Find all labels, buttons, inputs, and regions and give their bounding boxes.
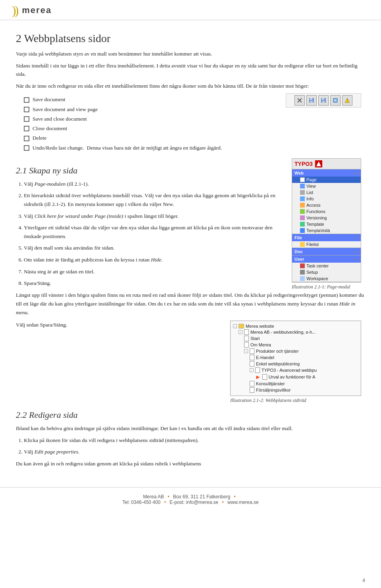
doc-section: Doc — <box>292 248 361 256</box>
tree-expander-icon[interactable]: - <box>250 368 254 372</box>
tree-expander-icon[interactable]: - <box>233 324 237 328</box>
main-content: 2 Webbplatsens sidor Varje sida på webbp… <box>0 20 381 479</box>
file-section: File — Filelist <box>292 234 361 248</box>
page-icon <box>250 387 254 393</box>
intro-para-2: Sidans innehåll i sin tur läggs in i ett… <box>16 61 365 79</box>
toolbar-image: ! <box>286 93 361 108</box>
square-icon <box>24 97 29 103</box>
list-item: Close document <box>24 125 278 133</box>
tree-item: Konsulttjänster <box>233 380 358 387</box>
typo3-panel: TYPO3 Web — Page <box>292 158 361 282</box>
list-icon <box>300 190 305 195</box>
tree-item: - Merea AB - webbutveckling, e-h... <box>233 329 358 335</box>
footer-bullet-4: • <box>222 500 223 505</box>
section-22-heading: 2.2 Redigera sida <box>16 410 365 420</box>
page-icon <box>244 336 249 341</box>
panel-item-filelist[interactable]: Filelist <box>292 241 361 248</box>
setup-icon <box>300 270 305 275</box>
file-section-header[interactable]: File — <box>292 234 361 241</box>
svg-rect-7 <box>322 101 325 103</box>
tree-expander-icon[interactable]: - <box>239 330 242 334</box>
page-title: 2 Webbplatsens sidor <box>16 32 365 45</box>
page-icon <box>250 348 254 354</box>
svg-rect-6 <box>322 98 324 100</box>
body-text-1: Längst upp till vänster i den högra spal… <box>16 291 365 317</box>
typo3-logo-icon <box>315 160 322 167</box>
logo-text: merea <box>22 5 52 15</box>
access-icon <box>300 203 305 208</box>
footer-website: www.merea.se <box>227 500 259 505</box>
footer-bullet-3: • <box>164 500 166 505</box>
list-item: Save document <box>24 96 278 104</box>
square-icon <box>24 136 29 141</box>
doc-section-header[interactable]: Doc — <box>292 248 361 255</box>
page-icon <box>244 342 249 348</box>
footer-address: Box 69, 311 21 Falkenberg <box>173 494 230 500</box>
page-icon <box>300 177 305 182</box>
icons-section: Save document Save document and view pag… <box>16 93 365 154</box>
close-doc-icon[interactable] <box>330 95 341 106</box>
list-item: Ett hierarkiskt sidträd över webbplatsen… <box>24 191 284 208</box>
steps-list-22: Klicka på ikonen för sidan du vill redig… <box>24 436 365 456</box>
panel-item-access[interactable]: Access <box>292 202 361 208</box>
file-collapse-icon[interactable]: — <box>354 235 358 240</box>
list-item: Om sidan inte är färdig att publiceras k… <box>24 256 284 264</box>
panel-item-page[interactable]: Page <box>292 177 361 183</box>
panel-item-versioning[interactable]: Versioning <box>292 215 361 221</box>
arrow-icon: ► <box>255 374 261 380</box>
tree-screenshot: - Merea website - Merea AB - webbutveckl… <box>230 321 361 396</box>
footer-phone: Tel: 0346-450 400 <box>122 500 160 505</box>
typo3-panel-header: TYPO3 <box>292 159 361 169</box>
templavoila-icon <box>300 228 305 233</box>
tree-item: ► Urval av funktioner för A <box>233 373 358 380</box>
web-collapse-icon[interactable]: — <box>354 170 358 176</box>
web-section-header[interactable]: Web — <box>292 169 361 177</box>
panel-item-setup[interactable]: Setup <box>292 269 361 275</box>
section-21-heading: 2.1 Skapa ny sida <box>16 165 284 176</box>
list-item: Spara/Stäng. <box>24 279 284 288</box>
svg-text:!: ! <box>347 99 348 103</box>
web-section: Web — Page View List <box>292 169 361 234</box>
user-section-header[interactable]: User — <box>292 256 361 263</box>
tree-item: E-Handel <box>233 354 358 361</box>
save-view-icon[interactable] <box>318 95 329 106</box>
page-icon <box>250 381 254 386</box>
typo3-panel-col: TYPO3 Web — Page <box>292 158 365 290</box>
taskcenter-icon <box>300 263 305 268</box>
panel-item-list[interactable]: List <box>292 189 361 196</box>
logo: )) merea <box>12 4 52 17</box>
save-icon[interactable] <box>306 95 317 106</box>
body-tree-section: Välj sedan Spara/Stäng. - Merea website … <box>16 321 365 404</box>
list-item: Klicka på ikonen för sidan du vill redig… <box>24 436 365 445</box>
panel-item-template[interactable]: Template <box>292 221 361 227</box>
panel-item-info[interactable]: Info <box>292 196 361 202</box>
tree-item: - Merea website <box>233 323 358 329</box>
intro-para-3: När du är inne och redigerar en sida ell… <box>16 82 365 90</box>
panel-item-functions[interactable]: Functions <box>292 208 361 215</box>
svg-rect-3 <box>310 98 312 100</box>
warning-icon[interactable]: ! <box>342 95 352 106</box>
page-icon <box>244 329 249 335</box>
square-icon <box>24 126 29 131</box>
panel-item-workspace[interactable]: Workspace <box>292 275 361 282</box>
list-item: Undo/Redo last change. Denna visas bara … <box>24 144 278 152</box>
folder-icon <box>239 324 244 329</box>
panel-item-view[interactable]: View <box>292 183 361 189</box>
tree-expander-icon[interactable]: - <box>244 349 248 353</box>
view-icon <box>300 184 305 188</box>
list-item: Välj Edit page properties. <box>24 448 365 456</box>
close-icon[interactable] <box>294 95 305 106</box>
panel-item-taskcenter[interactable]: Task center <box>292 263 361 269</box>
user-collapse-icon[interactable]: — <box>354 256 358 262</box>
tree-item: Försäljningsvillkor <box>233 387 358 393</box>
tree-item: - Produkter och tjänster <box>233 348 358 354</box>
template-icon <box>300 222 305 227</box>
page-icon <box>250 361 254 367</box>
footer-bullet-1: • <box>167 494 169 500</box>
doc-collapse-icon[interactable]: — <box>354 249 358 254</box>
logo-chevron-icon: )) <box>12 4 19 17</box>
panel-item-templavoila[interactable]: TemplaVoilà <box>292 227 361 234</box>
list-item: Save document and view page <box>24 106 278 113</box>
list-item: Välj Click here for wizard under Page (i… <box>24 212 284 221</box>
section-21-wrapper: 2.1 Skapa ny sida Välj Page-modulen (ill… <box>16 158 365 291</box>
